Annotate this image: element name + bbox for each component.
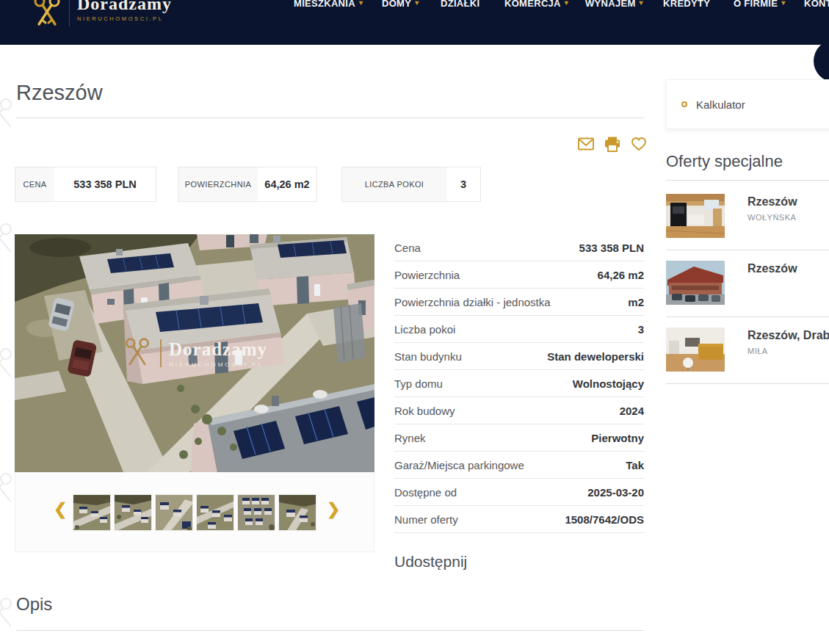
summary-box-rooms: LICZBA POKOI 3 bbox=[341, 167, 481, 202]
detail-label: Cena bbox=[394, 242, 421, 254]
special-offers-divider bbox=[666, 180, 829, 181]
logo-divider bbox=[69, 0, 70, 26]
gallery-thumbnail[interactable] bbox=[73, 494, 111, 531]
summary-label: POWIERZCHNIA bbox=[178, 167, 258, 201]
detail-value: 3 bbox=[638, 323, 644, 336]
gallery-thumbnail[interactable] bbox=[196, 494, 234, 531]
detail-row: Typ domu Wolnostojący bbox=[394, 370, 644, 397]
living-room-photo bbox=[666, 328, 725, 372]
favorite-button[interactable] bbox=[630, 135, 648, 153]
detail-label: Numer oferty bbox=[394, 513, 458, 526]
summary-label: CENA bbox=[15, 167, 54, 201]
detail-value: Stan deweloperski bbox=[547, 350, 644, 363]
detail-label: Dostępne od bbox=[394, 486, 457, 499]
keys-watermark bbox=[0, 471, 16, 505]
printer-icon bbox=[604, 137, 620, 152]
chevron-down-icon: ▾ bbox=[359, 0, 363, 7]
keys-watermark bbox=[0, 222, 16, 256]
main-property-photo[interactable]: Doradzamy NIERUCHOMOSCI.PL bbox=[15, 234, 374, 472]
special-offer-item[interactable]: Rzeszów bbox=[666, 261, 829, 306]
offer-divider bbox=[666, 316, 829, 317]
detail-value: 64,26 m2 bbox=[598, 269, 644, 281]
share-section-title: Udostępnij bbox=[394, 553, 467, 571]
chevron-down-icon: ▾ bbox=[415, 0, 419, 7]
sidebar-item-kalkulator[interactable]: Kalkulator bbox=[666, 79, 829, 129]
keys-watermark bbox=[0, 347, 16, 380]
carousel-next-button[interactable]: ❯ bbox=[327, 499, 340, 521]
gallery-thumbnail[interactable] bbox=[237, 494, 275, 531]
detail-label: Rynek bbox=[394, 432, 426, 444]
gallery-thumbnail[interactable] bbox=[278, 494, 316, 531]
detail-value: 2025-03-20 bbox=[587, 486, 644, 499]
special-offer-item[interactable]: Rzeszów, Drabinianka MIŁA bbox=[666, 328, 829, 373]
brand-name: Doradzamy bbox=[77, 0, 172, 13]
email-button[interactable] bbox=[577, 135, 595, 153]
heart-icon bbox=[631, 137, 647, 151]
top-navigation-bar: Doradzamy NIERUCHOMOSCI.PL MIESZKANIA ▾ … bbox=[0, 0, 829, 45]
nav-item-dzialki[interactable]: DZIAŁKI bbox=[441, 0, 479, 9]
brand-subtitle: NIERUCHOMOSCI.PL bbox=[77, 15, 172, 22]
aerial-estate-photo bbox=[15, 234, 374, 472]
nav-item-komercja[interactable]: KOMERCJA ▾ bbox=[504, 0, 568, 9]
detail-row: Garaż/Miejsca parkingowe Tak bbox=[394, 452, 644, 479]
chevron-down-icon: ▾ bbox=[640, 0, 643, 7]
gallery-thumbnail[interactable] bbox=[114, 494, 152, 531]
offer-divider bbox=[666, 383, 829, 384]
detail-value: 2024 bbox=[620, 405, 644, 417]
summary-box-area: POWIERZCHNIA 64,26 m2 bbox=[178, 167, 317, 202]
detail-value: Wolnostojący bbox=[573, 377, 644, 390]
nav-item-wynajem[interactable]: WYNAJEM ▾ bbox=[585, 0, 643, 9]
summary-value: 533 358 PLN bbox=[54, 167, 156, 201]
nav-item-kontakt[interactable]: KONTAKT bbox=[804, 0, 829, 9]
offer-subtitle: WOŁYŃSKA bbox=[747, 213, 796, 222]
carousel-prev-button[interactable]: ❮ bbox=[54, 499, 67, 521]
offer-divider bbox=[666, 250, 829, 250]
special-offer-item[interactable]: Rzeszów WOŁYŃSKA bbox=[666, 194, 829, 239]
bullet-circle-icon bbox=[681, 101, 687, 107]
detail-value: 533 358 PLN bbox=[579, 242, 644, 254]
nav-item-domy[interactable]: DOMY ▾ bbox=[382, 0, 419, 9]
title-divider bbox=[16, 117, 644, 118]
envelope-icon bbox=[577, 137, 595, 151]
gallery-thumbnail[interactable] bbox=[155, 494, 193, 531]
detail-label: Typ domu bbox=[394, 377, 443, 390]
detail-row: Stan budynku Stan deweloperski bbox=[394, 343, 644, 370]
summary-box-price: CENA 533 358 PLN bbox=[15, 167, 156, 202]
thumbnail-carousel: ❮ ❯ bbox=[15, 472, 374, 552]
detail-row: Rok budowy 2024 bbox=[394, 397, 644, 424]
office-building-photo bbox=[666, 261, 725, 305]
brand-logo[interactable]: Doradzamy NIERUCHOMOSCI.PL bbox=[31, 0, 172, 31]
detail-value: Pierwotny bbox=[591, 432, 644, 444]
keys-watermark bbox=[0, 596, 16, 630]
property-listing-page: Doradzamy NIERUCHOMOSCI.PL MIESZKANIA ▾ … bbox=[0, 0, 829, 644]
detail-label: Liczba pokoi bbox=[394, 323, 455, 336]
detail-row: Dostępne od 2025-03-20 bbox=[394, 479, 644, 506]
floating-corner-button[interactable] bbox=[814, 40, 829, 82]
offer-subtitle: MIŁA bbox=[747, 347, 768, 355]
keys-watermark bbox=[0, 97, 16, 131]
detail-row: Powierzchnia 64,26 m2 bbox=[394, 261, 644, 289]
detail-label: Garaż/Miejsca parkingowe bbox=[394, 459, 524, 471]
detail-value: Tak bbox=[626, 459, 644, 471]
summary-value: 3 bbox=[446, 167, 480, 201]
chevron-down-icon: ▾ bbox=[565, 0, 568, 7]
detail-label: Powierzchnia bbox=[394, 269, 460, 281]
kitchen-photo bbox=[666, 194, 725, 238]
detail-row: Numer oferty 1508/7642/ODS bbox=[394, 506, 644, 533]
detail-value: 1508/7642/ODS bbox=[565, 513, 644, 526]
detail-label: Rok budowy bbox=[394, 405, 455, 417]
detail-label: Stan budynku bbox=[394, 350, 462, 363]
offer-title: Rzeszów bbox=[747, 262, 797, 275]
print-button[interactable] bbox=[604, 135, 621, 153]
summary-value: 64,26 m2 bbox=[258, 167, 316, 201]
nav-item-kredyty[interactable]: KREDYTY bbox=[663, 0, 710, 9]
nav-item-mieszkania[interactable]: MIESZKANIA ▾ bbox=[294, 0, 363, 9]
nav-item-o-firmie[interactable]: O FIRMIE ▾ bbox=[734, 0, 786, 9]
special-offers-title: Oferty specjalne bbox=[666, 152, 783, 171]
detail-row: Rynek Pierwotny bbox=[394, 424, 644, 452]
summary-label: LICZBA POKOI bbox=[342, 167, 446, 201]
detail-label: Powierzchnia działki - jednostka bbox=[394, 296, 551, 308]
page-title: Rzeszów bbox=[16, 81, 103, 105]
chevron-down-icon: ▾ bbox=[781, 0, 785, 7]
description-divider bbox=[16, 630, 644, 631]
